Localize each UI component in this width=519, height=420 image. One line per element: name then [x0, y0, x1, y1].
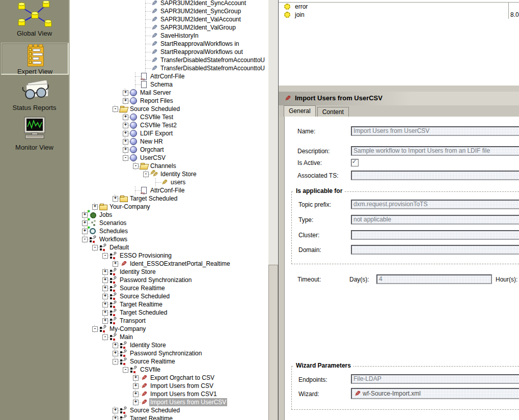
expand-toggle[interactable]: - — [123, 155, 128, 161]
expand-toggle[interactable]: + — [133, 400, 139, 405]
tree-row[interactable]: +Schedules — [70, 227, 268, 235]
expand-toggle[interactable]: - — [113, 359, 118, 365]
tree-row[interactable]: +Target Realtime — [70, 414, 268, 420]
expand-toggle[interactable]: + — [113, 261, 118, 267]
tree-row[interactable]: +Identity Store — [70, 341, 268, 349]
expand-toggle[interactable]: + — [102, 269, 108, 275]
expand-toggle[interactable]: + — [113, 343, 118, 348]
tree-row[interactable]: +Source Scheduled — [70, 406, 268, 414]
tree-row[interactable]: -My-Company — [70, 325, 268, 333]
tree-row[interactable]: -UserCSV — [70, 154, 268, 162]
tree-row[interactable]: SAPR3UM2Ident_ValGroup — [70, 23, 268, 32]
expand-toggle[interactable]: + — [123, 139, 128, 145]
expand-toggle[interactable]: + — [113, 416, 118, 420]
expand-toggle[interactable]: + — [102, 302, 108, 307]
tree-row[interactable]: -Source Scheduled — [70, 105, 268, 113]
sidebar-item-global-view[interactable]: Global View — [1, 1, 68, 37]
expand-toggle[interactable]: + — [133, 391, 139, 397]
tree-row[interactable]: AttrConf-File — [70, 186, 268, 194]
expand-toggle[interactable]: - — [92, 326, 98, 332]
tree-row[interactable]: SAPR3UM2Ident_ValAccount — [70, 15, 268, 23]
tree-row[interactable]: +Import Users from CSV — [70, 382, 268, 390]
wizard-input[interactable]: wf-Source-Import.xml — [351, 388, 519, 399]
associated-ts-input[interactable] — [351, 171, 519, 180]
expand-toggle[interactable]: - — [143, 172, 149, 177]
tree-row[interactable]: +Target Realtime — [70, 300, 268, 309]
expand-toggle[interactable]: + — [102, 294, 108, 299]
tree-row[interactable]: Schema — [70, 80, 268, 89]
tree-row[interactable]: +Source Scheduled — [70, 292, 268, 300]
tree-row[interactable]: +Jobs — [70, 211, 268, 219]
expand-toggle[interactable]: - — [133, 163, 139, 169]
tree-row[interactable]: SAPR3UM2Ident_SyncGroup — [70, 7, 268, 15]
endpoints-input[interactable]: File-LDAP — [351, 374, 519, 384]
tree-row[interactable]: +Your-Company — [70, 203, 268, 211]
expand-toggle[interactable]: - — [82, 237, 88, 242]
expand-toggle[interactable]: + — [92, 204, 98, 210]
tree-row[interactable]: StartReapprovalWorkflows in — [70, 40, 268, 48]
expand-toggle[interactable]: - — [102, 253, 108, 259]
expand-toggle[interactable]: + — [102, 286, 108, 291]
tree-row[interactable]: +Password Synchronization — [70, 276, 268, 284]
topic-prefix-input[interactable]: dxm.request.provisionToTS — [351, 200, 519, 209]
expand-toggle[interactable]: + — [123, 147, 128, 153]
tree-row[interactable]: -Main — [70, 333, 268, 341]
tree-row[interactable]: +CSVfile Test — [70, 113, 268, 121]
domain-input[interactable] — [351, 245, 519, 255]
tree-row[interactable]: -Identity Store — [70, 170, 268, 178]
tree-row[interactable]: +Target Scheduled — [70, 194, 268, 203]
expand-toggle[interactable]: - — [92, 245, 98, 250]
tree-vertical-scrollbar[interactable] — [268, 0, 278, 420]
tree-row[interactable]: +Import Users from UserCSV — [70, 398, 268, 406]
tree-row[interactable]: +Scenarios — [70, 219, 268, 227]
expand-toggle[interactable]: - — [123, 367, 128, 373]
cluster-input[interactable] — [351, 230, 519, 240]
tree-row[interactable]: +Identity Store — [70, 268, 268, 276]
tree-row[interactable]: +Transport — [70, 317, 268, 325]
sidebar-item-status-reports[interactable]: Status Reports — [1, 80, 68, 111]
expand-toggle[interactable]: + — [113, 196, 118, 202]
tree-row[interactable]: TransferDisabledStatefromAccounttoU — [70, 56, 268, 64]
tree-row[interactable]: +Mail Server — [70, 89, 268, 97]
tree-row[interactable]: AttrConf-File — [70, 72, 268, 80]
name-input[interactable]: Import Users from UserCSV — [351, 126, 519, 136]
sidebar-item-expert-view[interactable]: Expert View — [1, 43, 69, 75]
tree-row[interactable]: SAPR3UM2Ident_SyncAccount — [70, 0, 268, 7]
sidebar-item-monitor-view[interactable]: Monitor View — [1, 116, 68, 151]
tree-row[interactable]: +Password Synchronization — [70, 349, 268, 357]
expand-toggle[interactable]: + — [133, 375, 139, 381]
tree-row[interactable]: +Orgchart — [70, 146, 268, 154]
tree-row[interactable]: -Channels — [70, 162, 268, 170]
tree-row[interactable]: SaveHistoryIn — [70, 32, 268, 40]
list-item[interactable]: join8.0 — [279, 11, 519, 19]
expand-toggle[interactable]: + — [123, 90, 128, 96]
tree-row[interactable]: TransferDisabledStatefromAccounttoU — [70, 64, 268, 72]
expand-toggle[interactable]: + — [102, 318, 108, 324]
expand-toggle[interactable]: + — [102, 277, 108, 283]
timeout-days-input[interactable]: 4 — [376, 274, 492, 284]
expand-toggle[interactable]: + — [133, 383, 139, 389]
description-input[interactable]: Sample workflow to Import Users from an … — [351, 146, 519, 156]
expand-toggle[interactable]: + — [123, 115, 128, 120]
scrollbar-thumb[interactable] — [268, 265, 278, 420]
expand-toggle[interactable]: + — [123, 131, 128, 136]
expand-toggle[interactable]: + — [123, 123, 128, 128]
expand-toggle[interactable]: + — [102, 310, 108, 316]
tab-general[interactable]: General — [284, 105, 316, 117]
list-item[interactable]: error — [279, 3, 519, 11]
expand-toggle[interactable]: + — [113, 351, 118, 356]
expand-toggle[interactable]: + — [123, 98, 128, 104]
tree-row[interactable]: StartReapprovalWorkflows out — [70, 48, 268, 56]
tree-row[interactable]: +Import Users from CSV1 — [70, 390, 268, 398]
tab-content[interactable]: Content — [317, 107, 349, 117]
expand-toggle[interactable]: - — [113, 106, 118, 112]
tree-row[interactable]: -CSVfile — [70, 366, 268, 374]
tree-row[interactable]: -Workflows — [70, 235, 268, 243]
tree-row[interactable]: +Export Orgchart to CSV — [70, 374, 268, 382]
tree-row[interactable]: +Target Scheduled — [70, 309, 268, 317]
tree-row[interactable]: +CSVfile Test2 — [70, 121, 268, 129]
type-input[interactable]: not applicable — [351, 215, 519, 225]
tree-row[interactable]: +Source Realtime — [70, 284, 268, 292]
tree-row[interactable]: users — [70, 178, 268, 186]
tree-row[interactable]: +Ident_ESSOExtranetPortal_Realtime — [70, 260, 268, 268]
